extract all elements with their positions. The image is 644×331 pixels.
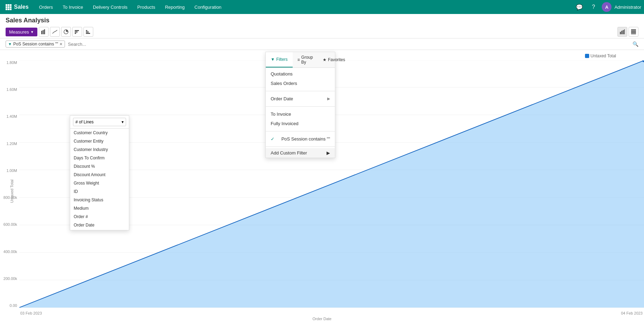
dropdown-tabs: ▼ Filters ≡ Group By ★ Favorites <box>266 52 335 68</box>
filter-invoice-section: To Invoice Fully Invoiced <box>266 108 335 130</box>
nav-reporting[interactable]: Reporting <box>160 0 189 14</box>
search-icon[interactable]: 🔍 <box>632 41 638 47</box>
nav-right: 💬 ? A Administrator <box>574 1 641 13</box>
x-right-label: 04 Feb 2023 <box>621 311 643 315</box>
pie-chart-button[interactable] <box>61 27 71 37</box>
tab-group-by[interactable]: ≡ Group By <box>293 52 318 67</box>
svg-rect-13 <box>75 33 76 34</box>
field-gross-weight[interactable]: Gross Weight <box>70 179 129 187</box>
grid-icon[interactable] <box>3 0 14 14</box>
svg-rect-16 <box>86 30 87 31</box>
svg-rect-1 <box>8 4 9 6</box>
field-order-num[interactable]: Order # <box>70 213 129 221</box>
nav-orders[interactable]: Orders <box>34 0 58 14</box>
field-customer-entity[interactable]: Customer Entity <box>70 137 129 145</box>
field-customer-industry[interactable]: Customer Industry <box>70 145 129 154</box>
nav-menu: Orders To Invoice Delivery Controls Prod… <box>34 0 574 14</box>
svg-rect-25 <box>631 32 636 33</box>
field-list: Customer Country Customer Entity Custome… <box>70 129 129 230</box>
arrow-icon: ▶ <box>327 96 330 101</box>
svg-rect-0 <box>6 4 7 6</box>
svg-rect-20 <box>621 31 622 34</box>
svg-rect-26 <box>631 34 636 34</box>
app-name: Sales <box>14 4 29 10</box>
chat-icon[interactable]: 💬 <box>574 1 585 13</box>
filter-tag[interactable]: ▼ PoS Session contains "" ✕ <box>6 41 65 48</box>
sort-asc-button[interactable] <box>72 27 82 37</box>
svg-rect-7 <box>8 8 9 10</box>
svg-rect-4 <box>8 6 9 8</box>
filter-fully-invoiced[interactable]: Fully Invoiced <box>266 119 335 128</box>
y-axis: 0.00 200.00k 400.00k 600.00k 800.00k 1.0… <box>0 60 19 308</box>
svg-rect-24 <box>631 31 636 32</box>
field-order-reference[interactable]: Order Reference <box>70 229 129 230</box>
y-label-5: 1.00M <box>6 168 17 173</box>
y-label-6: 1.20M <box>6 142 17 146</box>
bar-chart-button[interactable] <box>39 27 49 37</box>
field-order-date[interactable]: Order Date <box>70 221 129 229</box>
svg-rect-18 <box>86 33 90 34</box>
y-label-2: 400.00k <box>3 250 17 254</box>
svg-rect-8 <box>10 8 12 10</box>
tab-favorites[interactable]: ★ Favorites <box>318 52 350 67</box>
filter-to-invoice[interactable]: To Invoice <box>266 109 335 119</box>
y-label-4: 800.00k <box>3 195 17 200</box>
svg-rect-2 <box>10 4 12 6</box>
svg-rect-14 <box>75 31 78 33</box>
line-chart-button[interactable] <box>50 27 60 37</box>
y-label-9: 1.80M <box>6 60 17 65</box>
svg-rect-10 <box>43 30 44 34</box>
avatar[interactable]: A <box>602 2 612 12</box>
svg-rect-23 <box>631 29 636 30</box>
field-customer-country[interactable]: Customer Country <box>70 129 129 137</box>
filter-dropdown: ▼ Filters ≡ Group By ★ Favorites Quotati… <box>265 52 335 158</box>
filter-icon: ▼ <box>8 42 12 46</box>
nav-delivery-controls[interactable]: Delivery Controls <box>88 0 132 14</box>
filter-quotations[interactable]: Quotations <box>266 69 335 79</box>
filter-sales-orders[interactable]: Sales Orders <box>266 79 335 88</box>
sort-desc-button[interactable] <box>83 27 93 37</box>
field-invoicing-status[interactable]: Invoicing Status <box>70 196 129 204</box>
group-by-icon: ≡ <box>298 57 300 62</box>
y-label-3: 600.00k <box>3 222 17 226</box>
filter-order-date[interactable]: Order Date ▶ <box>266 94 335 103</box>
field-discount-pct[interactable]: Discount % <box>70 162 129 171</box>
custom-filter-arrow: ▶ <box>327 150 330 156</box>
svg-rect-21 <box>623 30 624 34</box>
svg-rect-19 <box>620 32 621 34</box>
nav-products[interactable]: Products <box>132 0 160 14</box>
add-custom-filter-button[interactable]: Add Custom Filter ▶ <box>266 148 335 158</box>
caret-icon: ▼ <box>30 30 34 34</box>
search-area: ▼ PoS Session contains "" ✕ 🔍 ▼ Filters … <box>0 38 644 50</box>
nav-configuration[interactable]: Configuration <box>190 0 226 14</box>
filter-remove-button[interactable]: ✕ <box>59 42 63 46</box>
field-id[interactable]: ID <box>70 187 129 196</box>
svg-rect-17 <box>86 31 89 33</box>
x-axis-label: Order Date <box>313 317 331 321</box>
y-label-1: 200.00k <box>3 276 17 281</box>
measures-button[interactable]: Measures ▼ <box>6 28 37 36</box>
field-medium[interactable]: Medium <box>70 204 129 213</box>
y-label-7: 1.40M <box>6 114 17 118</box>
svg-rect-3 <box>6 6 7 8</box>
field-discount-amount[interactable]: Discount Amount <box>70 171 129 179</box>
nav-to-invoice[interactable]: To Invoice <box>58 0 88 14</box>
field-days-to-confirm[interactable]: Days To Confirm <box>70 154 129 162</box>
favorites-icon: ★ <box>323 57 327 62</box>
x-left-label: 03 Feb 2023 <box>20 311 42 315</box>
help-icon[interactable]: ? <box>588 1 599 13</box>
svg-rect-6 <box>6 8 7 10</box>
search-input[interactable] <box>68 42 630 47</box>
chart-view-button[interactable] <box>617 27 627 37</box>
chevron-down-icon: ▾ <box>122 120 124 124</box>
table-view-button[interactable] <box>629 27 638 37</box>
field-selector[interactable]: # of Lines ▾ <box>73 118 126 126</box>
svg-rect-9 <box>41 31 42 34</box>
legend-untaxed-total: Untaxed Total <box>585 53 616 58</box>
filter-section: Quotations Sales Orders <box>266 68 335 89</box>
filter-tab-icon: ▼ <box>271 57 275 62</box>
custom-filter-dropdown: # of Lines ▾ Customer Country Customer E… <box>70 115 129 230</box>
filter-pos-session[interactable]: PoS Session contains "" <box>266 134 335 144</box>
toolbar: Measures ▼ <box>0 26 644 38</box>
tab-filters[interactable]: ▼ Filters <box>266 52 293 67</box>
